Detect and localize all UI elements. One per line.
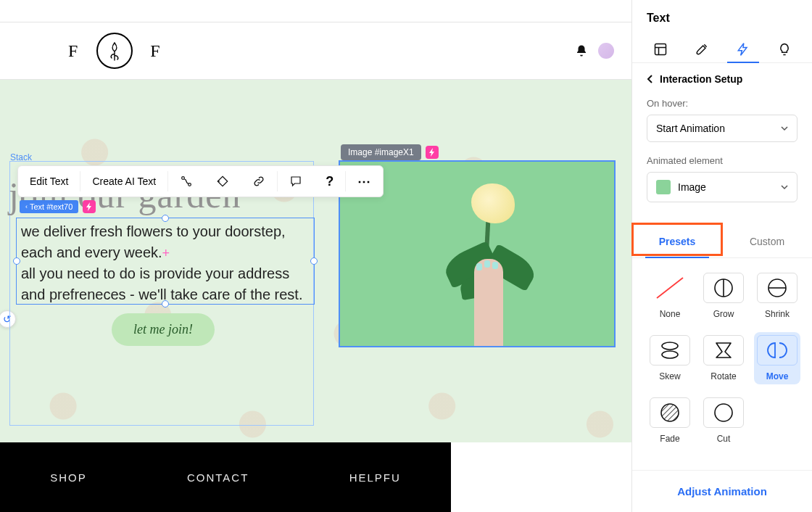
none-icon xyxy=(652,273,687,302)
adjust-animation-button[interactable]: Adjust Animation xyxy=(632,470,812,512)
svg-point-8 xyxy=(662,342,678,350)
text-line: we deliver fresh flowers to your doorste… xyxy=(21,223,286,239)
site-footer: SHOP CONTACT HELPFU xyxy=(0,442,451,512)
back-label: Interaction Setup xyxy=(660,73,742,85)
cta-button[interactable]: let me join! xyxy=(112,313,215,346)
layout-icon xyxy=(653,42,668,57)
flower-icon xyxy=(104,40,125,62)
comment-icon xyxy=(289,175,302,188)
move-icon xyxy=(765,340,790,360)
diamond-icon xyxy=(216,175,229,188)
fade-icon xyxy=(660,402,680,423)
animated-element-label: Animated element xyxy=(647,155,798,166)
bulb-icon xyxy=(777,42,792,57)
preset-fade[interactable]: Fade xyxy=(647,395,693,447)
text-line: and prefreneces - we'll take care of the… xyxy=(21,286,302,302)
panel-icon-tabs xyxy=(632,32,812,63)
resize-handle-right[interactable] xyxy=(310,257,318,265)
edit-text-button[interactable]: Edit Text xyxy=(18,166,80,197)
text-line: all you need to do is provide your addre… xyxy=(21,265,289,281)
tab-layout[interactable] xyxy=(649,36,672,62)
logo: F F xyxy=(68,33,162,69)
create-ai-text-button[interactable]: Create AI Text xyxy=(80,166,167,197)
brush-icon xyxy=(695,42,709,57)
bolt-icon xyxy=(86,202,93,211)
skew-icon xyxy=(659,341,681,360)
path-icon xyxy=(180,175,193,188)
chevron-down-icon xyxy=(781,184,788,190)
bolt-icon xyxy=(736,42,750,57)
preset-none[interactable]: None xyxy=(647,270,693,322)
logo-letter-left: F xyxy=(68,41,79,61)
animated-element-select[interactable]: Image xyxy=(647,172,798,202)
selected-textbox[interactable]: we deliver fresh flowers to your doorste… xyxy=(16,218,315,305)
tab-ideas[interactable] xyxy=(773,36,796,62)
svg-point-0 xyxy=(182,177,185,180)
hover-action-select[interactable]: Start Animation xyxy=(647,115,798,142)
resize-handle-left[interactable] xyxy=(13,257,20,265)
interaction-chip[interactable] xyxy=(83,200,96,213)
element-thumbnail xyxy=(656,180,671,194)
avatar[interactable] xyxy=(598,43,614,59)
preset-move[interactable]: Move xyxy=(754,332,800,384)
tab-custom[interactable]: Custom xyxy=(722,226,812,257)
svg-line-3 xyxy=(657,278,683,298)
footer-link-shop[interactable]: SHOP xyxy=(50,471,87,484)
svg-point-12 xyxy=(715,404,732,421)
svg-point-1 xyxy=(188,183,191,186)
image-element-chip[interactable]: Image #imageX1 xyxy=(341,144,421,160)
link-icon xyxy=(252,175,265,188)
preset-custom-tabs: Presets Custom xyxy=(632,226,812,258)
preset-cut[interactable]: Cut xyxy=(700,395,747,447)
floating-toolbar: Edit Text Create AI Text ? ⋯ xyxy=(17,165,384,197)
preset-rotate[interactable]: Rotate xyxy=(700,332,747,384)
preset-skew[interactable]: Skew xyxy=(647,332,693,384)
cursor-marker: + xyxy=(162,246,170,260)
more-icon: ⋯ xyxy=(357,173,371,189)
tab-design[interactable] xyxy=(690,36,713,62)
resize-handle-top[interactable] xyxy=(162,215,169,222)
hover-action-value: Start Animation xyxy=(656,123,725,134)
logo-letter-right: F xyxy=(150,41,161,61)
svg-rect-2 xyxy=(655,44,666,55)
chevron-down-icon xyxy=(781,125,788,131)
text-line: each and every week. xyxy=(21,244,162,260)
footer-link-helpful[interactable]: HELPFU xyxy=(349,471,401,484)
shrink-icon xyxy=(767,278,787,298)
more-button[interactable]: ⋯ xyxy=(346,166,383,197)
logo-emblem xyxy=(96,33,133,69)
preset-grid: None Grow Shrink Skew Rotate Move Fad xyxy=(632,258,812,453)
svg-point-11 xyxy=(661,404,679,421)
text-element-chip[interactable]: ‹Text #text70 xyxy=(20,200,78,213)
preset-shrink[interactable]: Shrink xyxy=(754,270,800,322)
grow-icon xyxy=(713,278,734,298)
align-button[interactable] xyxy=(204,166,241,197)
bell-icon[interactable] xyxy=(575,44,588,57)
animated-element-value: Image xyxy=(678,181,706,193)
chevron-left-icon xyxy=(647,75,654,83)
tab-presets[interactable]: Presets xyxy=(632,226,722,257)
help-button[interactable]: ? xyxy=(314,166,345,197)
resize-handle-bottom[interactable] xyxy=(162,300,169,307)
link-button[interactable] xyxy=(241,166,277,197)
rotate-icon xyxy=(713,340,734,360)
preset-grow[interactable]: Grow xyxy=(700,270,747,322)
question-icon: ? xyxy=(326,174,334,189)
cut-icon xyxy=(713,402,734,423)
topbar: F F xyxy=(0,22,631,80)
comment-button[interactable] xyxy=(278,166,314,197)
panel-title: Text xyxy=(632,0,812,32)
animation-path-button[interactable] xyxy=(168,166,204,197)
interaction-chip[interactable] xyxy=(426,146,439,159)
bolt-icon xyxy=(428,148,436,157)
back-button[interactable]: Interaction Setup xyxy=(647,73,798,85)
inspector-panel: Text Interaction Setup On hover: Start A… xyxy=(631,0,812,512)
tab-interactions[interactable] xyxy=(732,36,755,62)
canvas[interactable]: ↺ Stack join our garden Edit Text Create… xyxy=(0,80,631,442)
svg-point-9 xyxy=(662,351,678,358)
hover-label: On hover: xyxy=(647,98,798,109)
footer-link-contact[interactable]: CONTACT xyxy=(187,471,249,484)
